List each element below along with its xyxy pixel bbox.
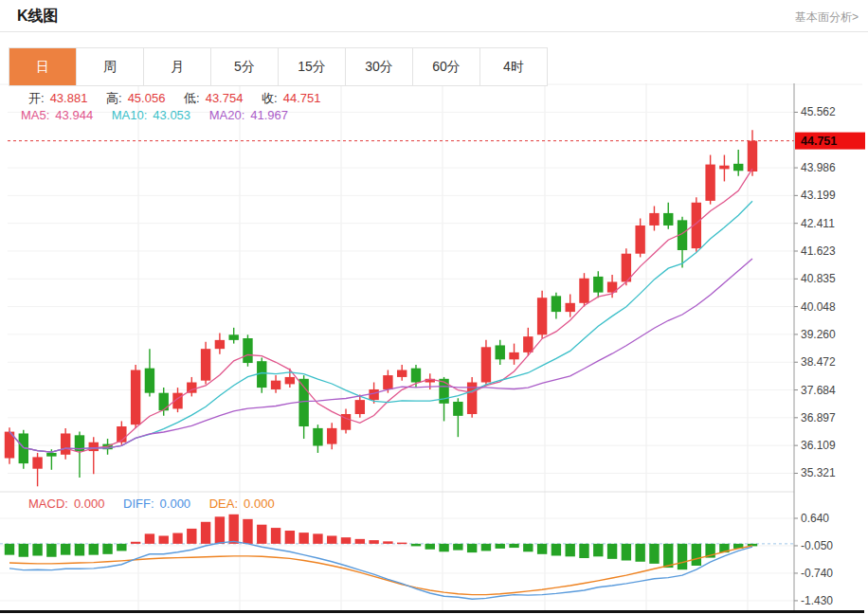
- macd-hist-bar: [228, 515, 238, 544]
- candle-body: [228, 334, 238, 340]
- macd-hist-bar: [19, 544, 28, 557]
- period-tab-bar: 日周月5分15分30分60分4时: [9, 47, 548, 86]
- high-label: 高:: [106, 91, 122, 105]
- macd-hist-bar: [89, 544, 99, 555]
- macd-hist-bar: [271, 528, 280, 544]
- candle-body: [733, 164, 743, 171]
- price-tick-label: 40.048: [801, 300, 836, 314]
- macd-hist-bar: [5, 544, 14, 555]
- ma5-line: [9, 169, 752, 452]
- tab-4时[interactable]: 4时: [480, 48, 547, 85]
- price-tick-label: 36.897: [801, 411, 836, 424]
- macd-hist-bar: [75, 544, 84, 556]
- tab-15分[interactable]: 15分: [279, 48, 346, 85]
- tab-60分[interactable]: 60分: [413, 48, 480, 85]
- macd-hist-bar: [243, 519, 252, 544]
- macd-hist-bar: [102, 544, 112, 554]
- price-tick-label: 37.684: [801, 384, 836, 397]
- macd-tick-label: -1.430: [801, 594, 833, 607]
- macd-hist-bar: [593, 544, 603, 556]
- candle-body: [61, 433, 70, 454]
- candle-body: [593, 277, 603, 293]
- candle-body: [131, 370, 140, 424]
- ma20-label: MA20:: [209, 108, 245, 122]
- candle-body: [285, 377, 295, 384]
- macd-hist-bar: [285, 531, 295, 544]
- macd-hist-bar: [635, 544, 644, 562]
- tab-30分[interactable]: 30分: [346, 48, 413, 85]
- macd-value: 0.000: [74, 497, 105, 511]
- ma10-label: MA10:: [112, 108, 148, 122]
- open-value: 43.881: [50, 91, 88, 105]
- macd-label: MACD:: [28, 497, 68, 511]
- macd-hist-bar: [298, 533, 308, 544]
- macd-hist-bar: [467, 544, 477, 552]
- candle-body: [271, 381, 280, 389]
- close-value: 44.751: [283, 91, 321, 105]
- tab-日[interactable]: 日: [9, 48, 77, 85]
- macd-tick-label: 0.640: [801, 512, 829, 525]
- macd-hist-bar: [537, 544, 547, 554]
- dea-value: 0.000: [244, 497, 275, 511]
- macd-hist-bar: [496, 544, 505, 549]
- candle-body: [397, 370, 407, 376]
- price-tick-label: 43.199: [801, 189, 836, 202]
- chart-bottom-border: [0, 610, 864, 613]
- macd-hist-bar: [397, 543, 407, 545]
- macd-hist-bar: [257, 525, 266, 544]
- macd-hist-bar: [649, 544, 659, 564]
- macd-hist-bar: [565, 544, 574, 556]
- tab-月[interactable]: 月: [144, 48, 211, 85]
- macd-hist-bar: [61, 544, 70, 555]
- macd-hist-bar: [172, 533, 182, 544]
- candle-body: [481, 347, 491, 382]
- macd-hist-bar: [622, 544, 631, 561]
- price-tick-label: 40.835: [801, 272, 836, 285]
- candle-body: [523, 336, 533, 352]
- ma5-value: 43.944: [55, 108, 93, 122]
- macd-hist-bar: [313, 533, 322, 544]
- candle-body: [705, 165, 714, 201]
- macd-hist-bar: [341, 537, 351, 544]
- candle-body: [327, 428, 336, 444]
- diff-label: DIFF:: [123, 497, 154, 511]
- macd-hist-bar: [159, 535, 169, 543]
- page-title: K线图: [17, 7, 59, 27]
- candle-body: [719, 166, 729, 170]
- candle-body: [201, 349, 210, 380]
- tab-5分[interactable]: 5分: [211, 48, 279, 85]
- macd-hist-bar: [425, 544, 435, 550]
- macd-hist-bar: [607, 544, 617, 559]
- macd-hist-bar: [523, 544, 533, 551]
- macd-tick-label: -0.050: [801, 539, 833, 552]
- ma5-label: MA5:: [21, 108, 49, 122]
- candle-body: [369, 389, 378, 400]
- ma10-value: 43.053: [153, 108, 190, 122]
- price-tick-label: 43.986: [801, 161, 836, 174]
- candle-body: [298, 379, 308, 426]
- macd-hist-bar: [579, 544, 588, 558]
- candle-body: [663, 213, 673, 226]
- candle-body: [145, 369, 154, 393]
- macd-hist-bar: [327, 535, 336, 543]
- candle-body: [537, 298, 547, 334]
- candle-body: [579, 279, 588, 303]
- high-value: 45.056: [128, 91, 166, 105]
- tab-周[interactable]: 周: [77, 48, 144, 85]
- candle-body: [32, 457, 42, 468]
- header: K线图 基本面分析>: [0, 0, 868, 32]
- macd-hist-bar: [117, 544, 126, 551]
- diff-value: 0.000: [160, 497, 191, 511]
- fundamental-analysis-link[interactable]: 基本面分析>: [795, 9, 859, 26]
- macd-hist-bar: [215, 516, 225, 544]
- macd-hist-bar: [32, 544, 42, 556]
- macd-hist-bar: [509, 544, 518, 548]
- macd-hist-bar: [187, 529, 196, 544]
- candle-body: [748, 141, 757, 172]
- price-tick-label: 39.260: [801, 328, 836, 341]
- macd-hist-bar: [439, 544, 448, 551]
- macd-hist-bar: [663, 544, 673, 568]
- macd-hist-bar: [369, 540, 378, 544]
- candle-body: [453, 402, 462, 416]
- price-tick-label: 45.562: [801, 105, 836, 118]
